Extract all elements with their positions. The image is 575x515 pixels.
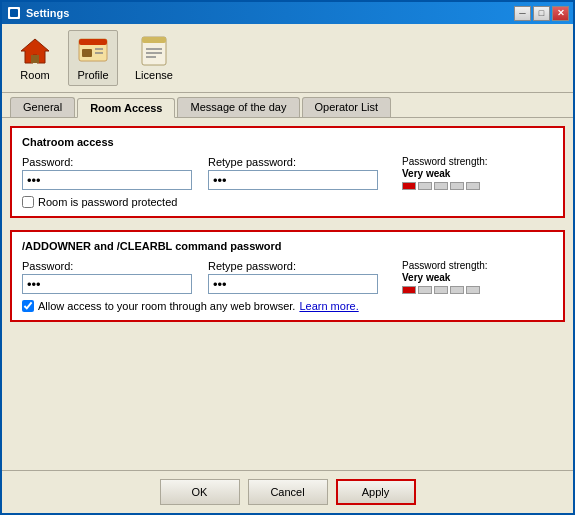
strength-seg-5 [466, 182, 480, 190]
password-protected-label: Room is password protected [38, 196, 177, 208]
toolbar-item-license[interactable]: License [126, 30, 182, 86]
command-password-group: Password: [22, 260, 192, 294]
room-icon [19, 35, 51, 67]
svg-rect-6 [82, 49, 92, 57]
command-password-input[interactable] [22, 274, 192, 294]
svg-rect-1 [10, 9, 18, 17]
cancel-button[interactable]: Cancel [248, 479, 328, 505]
strength-seg-3 [434, 182, 448, 190]
window-icon [6, 5, 22, 21]
learn-more-link[interactable]: Learn more. [299, 300, 358, 312]
command-retype-input[interactable] [208, 274, 378, 294]
title-bar-buttons: ─ □ ✕ [514, 6, 569, 21]
chatroom-section-title: Chatroom access [22, 136, 553, 148]
strength-seg-1 [402, 182, 416, 190]
chatroom-strength-group: Password strength: Very weak [402, 156, 488, 190]
strength-seg-2 [418, 182, 432, 190]
cmd-strength-seg-5 [466, 286, 480, 294]
chatroom-checkbox-row: Room is password protected [22, 196, 553, 208]
chatroom-password-input[interactable] [22, 170, 192, 190]
command-strength-group: Password strength: Very weak [402, 260, 488, 294]
close-button[interactable]: ✕ [552, 6, 569, 21]
toolbar-license-label: License [135, 69, 173, 81]
svg-rect-3 [31, 55, 39, 63]
content-area: Chatroom access Password: Retype passwor… [2, 117, 573, 470]
password-protected-checkbox[interactable] [22, 196, 34, 208]
profile-icon [77, 35, 109, 67]
settings-window: Settings ─ □ ✕ Room [0, 0, 575, 515]
command-password-row: Password: Retype password: Password stre… [22, 260, 553, 294]
command-access-section: /ADDOWNER and /CLEARBL command password … [10, 230, 565, 322]
chatroom-password-group: Password: [22, 156, 192, 190]
tab-motd[interactable]: Message of the day [177, 97, 299, 117]
svg-rect-10 [142, 37, 166, 43]
window-title: Settings [26, 7, 514, 19]
tab-operator-list[interactable]: Operator List [302, 97, 392, 117]
command-retype-label: Retype password: [208, 260, 378, 272]
cmd-strength-seg-2 [418, 286, 432, 294]
bottom-bar: OK Cancel Apply [2, 470, 573, 513]
tabs-bar: General Room Access Message of the day O… [2, 93, 573, 117]
toolbar-item-room[interactable]: Room [10, 30, 60, 86]
toolbar-item-profile[interactable]: Profile [68, 30, 118, 86]
chatroom-access-section: Chatroom access Password: Retype passwor… [10, 126, 565, 218]
chatroom-retype-group: Retype password: [208, 156, 378, 190]
command-password-label: Password: [22, 260, 192, 272]
command-section-title: /ADDOWNER and /CLEARBL command password [22, 240, 553, 252]
chatroom-strength-label-line2: Very weak [402, 168, 450, 180]
command-strength-label-line2: Very weak [402, 272, 450, 284]
cmd-strength-seg-3 [434, 286, 448, 294]
cmd-strength-seg-4 [450, 286, 464, 294]
web-access-checkbox[interactable] [22, 300, 34, 312]
svg-rect-5 [79, 39, 107, 45]
toolbar-room-label: Room [20, 69, 49, 81]
tab-general[interactable]: General [10, 97, 75, 117]
title-bar: Settings ─ □ ✕ [2, 2, 573, 24]
license-icon [138, 35, 170, 67]
command-strength-label-line1: Password strength: [402, 260, 488, 272]
command-strength-bar [402, 286, 480, 294]
web-access-label: Allow access to your room through any we… [38, 300, 295, 312]
chatroom-strength-bar [402, 182, 480, 190]
chatroom-password-row: Password: Retype password: Password stre… [22, 156, 553, 190]
tab-room-access[interactable]: Room Access [77, 98, 175, 118]
apply-button[interactable]: Apply [336, 479, 416, 505]
chatroom-strength-label-line1: Password strength: [402, 156, 488, 168]
maximize-button[interactable]: □ [533, 6, 550, 21]
cmd-strength-seg-1 [402, 286, 416, 294]
chatroom-password-label: Password: [22, 156, 192, 168]
chatroom-retype-input[interactable] [208, 170, 378, 190]
command-checkbox-row: Allow access to your room through any we… [22, 300, 553, 312]
toolbar-profile-label: Profile [77, 69, 108, 81]
minimize-button[interactable]: ─ [514, 6, 531, 21]
ok-button[interactable]: OK [160, 479, 240, 505]
strength-seg-4 [450, 182, 464, 190]
toolbar: Room Profile [2, 24, 573, 93]
chatroom-retype-label: Retype password: [208, 156, 378, 168]
command-retype-group: Retype password: [208, 260, 378, 294]
